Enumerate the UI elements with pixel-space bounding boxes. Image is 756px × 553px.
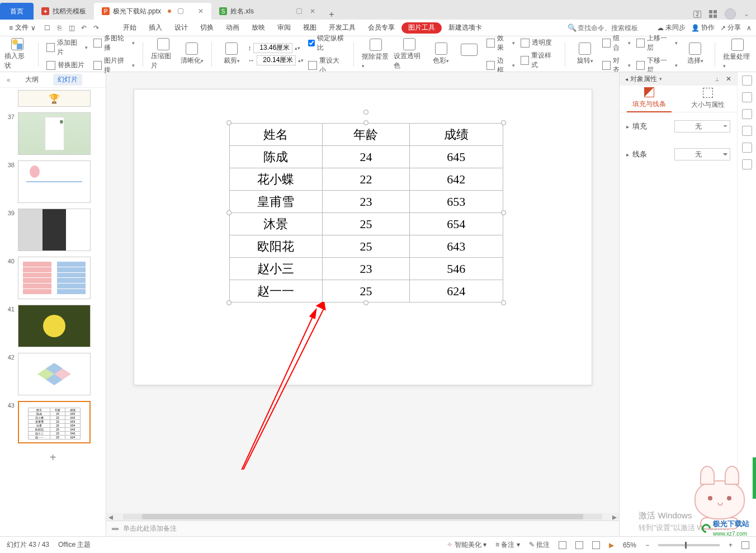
- slide-thumb[interactable]: [18, 353, 91, 395]
- tool-icon[interactable]: [742, 92, 752, 102]
- up-layer-btn[interactable]: 上移一层▾: [636, 34, 678, 53]
- zoom-in[interactable]: +: [729, 541, 733, 549]
- rotate-btn[interactable]: 旋转▾: [573, 42, 597, 65]
- color-btn[interactable]: 色彩▾: [429, 42, 453, 65]
- menu-new-tab[interactable]: 新建选项卡: [443, 20, 488, 36]
- tab-file-xls[interactable]: S 姓名.xls ✕: [211, 3, 323, 20]
- resize-handle[interactable]: [501, 300, 506, 305]
- add-slide[interactable]: +: [4, 449, 101, 466]
- insert-shape-btn[interactable]: 插入形状: [4, 38, 30, 70]
- rotate-handle[interactable]: [363, 110, 368, 115]
- style-gallery[interactable]: .: [457, 44, 481, 65]
- crop-btn[interactable]: 裁剪▾: [220, 42, 243, 65]
- zoom-slider[interactable]: [658, 544, 720, 546]
- slide-thumb[interactable]: ★: [18, 209, 91, 251]
- rp-tab-size[interactable]: 大小与属性: [686, 86, 730, 112]
- tab-close[interactable]: ✕: [198, 7, 204, 15]
- multi-crop-btn[interactable]: 多图轮播▾: [93, 34, 135, 53]
- close-panel[interactable]: ✕: [726, 75, 731, 83]
- effect-btn[interactable]: 效果▾: [486, 34, 515, 53]
- batch-btn[interactable]: 批量处理▾: [723, 39, 752, 69]
- tab-add[interactable]: +: [323, 10, 340, 20]
- tab-file-pptx[interactable]: P 极光下载站.pptx ✕: [94, 3, 211, 20]
- thumb-list[interactable]: 🏆 37青春洋溢 38 39★ 40 41 42 43姓名年龄成绩陈成24645…: [0, 88, 106, 536]
- slide-thumb[interactable]: [18, 160, 91, 203]
- unsync-btn[interactable]: ☁ 未同步: [657, 23, 686, 32]
- selected-table-image[interactable]: 姓名年龄成绩陈成24645花小蝶22642皇甫雪23653沐景25654欧阳花2…: [229, 123, 503, 303]
- notes-toggle[interactable]: ≡ 备注 ▾: [495, 540, 520, 550]
- view-sorter-icon[interactable]: [575, 541, 583, 549]
- resize-handle[interactable]: [226, 210, 231, 215]
- h-scrollbar[interactable]: ◂ ▸: [106, 513, 619, 521]
- replace-image-btn[interactable]: 替换图片: [46, 60, 84, 70]
- reset-style-btn[interactable]: 重设样式: [521, 51, 557, 70]
- resize-handle[interactable]: [226, 120, 231, 125]
- coop-btn[interactable]: 👤 协作: [691, 23, 715, 32]
- slide-thumb[interactable]: [18, 305, 91, 347]
- slide-canvas[interactable]: 姓名年龄成绩陈成24645花小蝶22642皇甫雪23653沐景25654欧阳花2…: [134, 89, 592, 385]
- fill-select[interactable]: 无: [674, 120, 730, 133]
- badge-num[interactable]: 2: [693, 11, 701, 18]
- resize-handle[interactable]: [363, 120, 368, 125]
- smart-beautify[interactable]: ✧ 智能美化 ▾: [447, 540, 486, 550]
- transparency-btn[interactable]: 透明度: [521, 38, 552, 48]
- apps-icon[interactable]: [709, 10, 717, 18]
- avatar[interactable]: [725, 8, 736, 20]
- menu-caret[interactable]: ∧: [746, 24, 752, 32]
- rp-fill-section[interactable]: ▸填充 无: [620, 112, 737, 140]
- review-toggle[interactable]: ✎ 批注: [529, 540, 550, 550]
- menu-transition[interactable]: 切换: [195, 20, 219, 36]
- redo-icon[interactable]: ↷: [91, 22, 102, 34]
- undo-icon[interactable]: ↶: [78, 22, 89, 34]
- view-normal-icon[interactable]: [559, 541, 566, 549]
- tool-icon[interactable]: [742, 143, 752, 153]
- outline-tab[interactable]: 大纲: [21, 74, 43, 86]
- collapse-panel[interactable]: «: [7, 76, 11, 84]
- tool-icon[interactable]: [742, 126, 752, 136]
- slide-thumb[interactable]: 青春洋溢: [18, 112, 91, 155]
- preview-icon[interactable]: ◫: [66, 22, 77, 34]
- height-input[interactable]: [253, 43, 292, 53]
- fit-icon[interactable]: [741, 541, 749, 549]
- line-select[interactable]: 无: [674, 148, 730, 160]
- tool-icon[interactable]: [742, 109, 752, 119]
- menu-pic-tool[interactable]: 图片工具: [401, 22, 442, 34]
- resize-handle[interactable]: [501, 210, 506, 215]
- view-slideshow-icon[interactable]: ▶: [609, 541, 614, 549]
- resize-handle[interactable]: [501, 120, 506, 125]
- slides-tab[interactable]: 幻灯片: [53, 74, 82, 86]
- select-btn[interactable]: 选择▾: [683, 42, 707, 65]
- sharpen-btn[interactable]: 清晰化▾: [180, 42, 204, 65]
- print-icon[interactable]: ⎘: [54, 22, 65, 34]
- tool-icon[interactable]: [742, 75, 752, 86]
- lock-ratio-cb[interactable]: 锁定纵横比: [308, 34, 346, 53]
- tab-template[interactable]: ✦ 找稻壳模板: [34, 3, 94, 20]
- add-image-btn[interactable]: 添加图片▾: [46, 38, 88, 57]
- remove-bg-btn[interactable]: 抠除背景▾: [362, 39, 389, 69]
- menu-member[interactable]: 会员专享: [362, 20, 400, 36]
- menu-design[interactable]: 设计: [169, 20, 193, 36]
- pin-icon[interactable]: ⟂: [715, 75, 719, 82]
- tab-home[interactable]: 首页: [0, 3, 34, 20]
- slide-thumb[interactable]: 🏆: [18, 90, 91, 107]
- zoom-out[interactable]: −: [645, 541, 649, 549]
- group-btn[interactable]: 组合▾: [602, 34, 631, 53]
- save-icon[interactable]: ☐: [41, 22, 53, 34]
- slide-thumb-active[interactable]: 姓名年龄成绩陈成24645花小蝶22642皇甫雪23653沐景25654欧阳花2…: [18, 401, 91, 443]
- tab-close[interactable]: ✕: [310, 7, 315, 15]
- caret-down-icon[interactable]: ⌄: [744, 10, 749, 18]
- resize-handle[interactable]: [226, 300, 231, 305]
- rp-line-section[interactable]: ▸线条 无: [620, 140, 737, 168]
- share-btn[interactable]: ↗ 分享: [720, 23, 741, 32]
- slide-thumb[interactable]: [18, 257, 91, 299]
- view-reading-icon[interactable]: [592, 541, 600, 549]
- notes-pane[interactable]: 单击此处添加备注: [106, 521, 619, 536]
- width-input[interactable]: [257, 55, 296, 65]
- set-trans-btn[interactable]: 设置透明色: [394, 38, 424, 70]
- menu-insert[interactable]: 插入: [143, 20, 168, 36]
- tool-icon[interactable]: [742, 159, 752, 169]
- rp-tab-fill[interactable]: 填充与线条: [627, 85, 672, 112]
- menu-file[interactable]: ≡ 文件 ∨: [4, 23, 40, 32]
- compress-btn[interactable]: 压缩图片: [151, 38, 176, 70]
- command-search[interactable]: [578, 22, 656, 34]
